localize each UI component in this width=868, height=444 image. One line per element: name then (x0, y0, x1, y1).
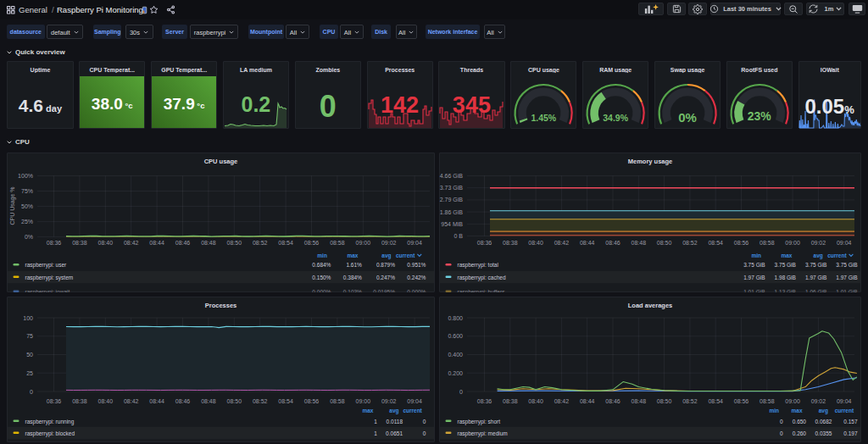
svg-text:0.260: 0.260 (793, 430, 807, 436)
svg-text:0.650: 0.650 (793, 419, 807, 425)
svg-text:0: 0 (780, 419, 783, 425)
svg-text:avg: avg (819, 408, 828, 414)
svg-text:0.0682: 0.0682 (815, 419, 832, 425)
svg-text:current: current (835, 408, 854, 413)
svg-text:0: 0 (780, 430, 783, 436)
svg-text:raspberrypi: medium: raspberrypi: medium (458, 430, 508, 437)
svg-text:max: max (791, 408, 802, 413)
svg-text:min: min (770, 408, 780, 413)
svg-text:0.0355: 0.0355 (815, 430, 832, 436)
svg-text:0.197: 0.197 (843, 430, 858, 436)
svg-text:raspberrypi: short: raspberrypi: short (458, 419, 501, 425)
svg-text:0.157: 0.157 (843, 419, 858, 425)
